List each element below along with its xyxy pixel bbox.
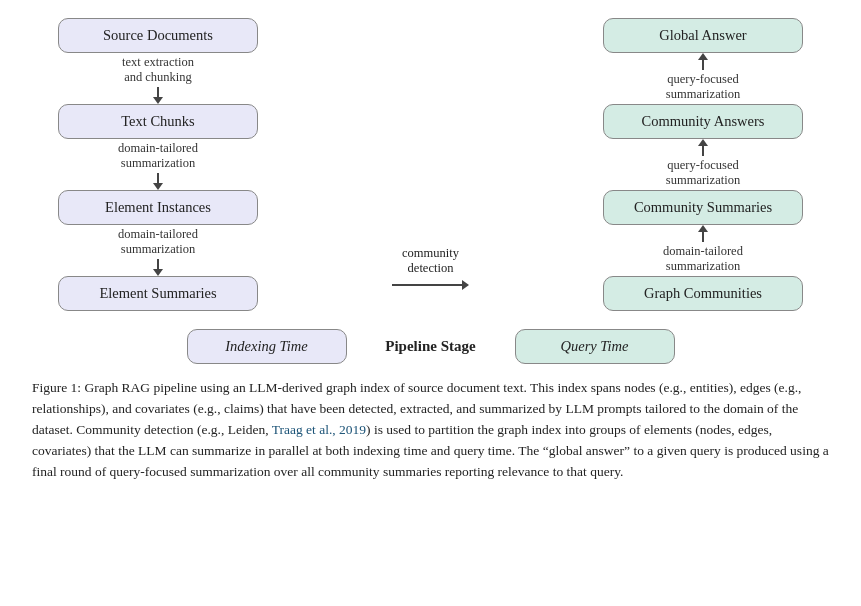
text-chunks-label: Text Chunks: [121, 113, 195, 129]
diagram-area: Source Documents text extraction and chu…: [28, 18, 833, 311]
element-summaries-box: Element Summaries: [58, 276, 258, 311]
query-time-label: Query Time: [560, 338, 628, 354]
right-column: Global Answer query-focused summarizatio…: [583, 18, 823, 311]
arrow-query-focused-2: query-focused summarization: [666, 158, 740, 188]
arrow-down-1: [153, 87, 163, 104]
arrow-domain-tailored-right: domain-tailored summarization: [663, 244, 743, 274]
arrow-down-3: [153, 259, 163, 276]
arrow-up-1: [698, 53, 708, 70]
graph-communities-label: Graph Communities: [644, 285, 762, 301]
left-column: Source Documents text extraction and chu…: [38, 18, 278, 311]
community-summaries-box: Community Summaries: [603, 190, 803, 225]
arrow-down-2: [153, 173, 163, 190]
arrow-domain-tailored-1: domain-tailored summarization: [118, 141, 198, 171]
arrow-query-focused-1: query-focused summarization: [666, 72, 740, 102]
arrow-up-3: [698, 225, 708, 242]
citation-link[interactable]: Traag et al., 2019: [272, 422, 366, 437]
caption-text: Figure 1: Graph RAG pipeline using an LL…: [32, 380, 829, 479]
pipeline-stage-row: Indexing Time Pipeline Stage Query Time: [28, 329, 833, 364]
arrow-up-2: [698, 139, 708, 156]
indexing-time-label: Indexing Time: [225, 338, 308, 354]
community-answers-label: Community Answers: [642, 113, 765, 129]
community-answers-box: Community Answers: [603, 104, 803, 139]
figure-caption: Figure 1: Graph RAG pipeline using an LL…: [28, 378, 833, 483]
pipeline-stage-label: Pipeline Stage: [371, 338, 491, 355]
element-summaries-label: Element Summaries: [99, 285, 216, 301]
text-chunks-box: Text Chunks: [58, 104, 258, 139]
community-detection-arrow: community detection: [392, 246, 469, 290]
element-instances-box: Element Instances: [58, 190, 258, 225]
source-documents-box: Source Documents: [58, 18, 258, 53]
community-summaries-label: Community Summaries: [634, 199, 772, 215]
element-instances-label: Element Instances: [105, 199, 211, 215]
arrow-domain-tailored-2: domain-tailored summarization: [118, 227, 198, 257]
middle-column: community detection: [371, 18, 491, 290]
source-documents-label: Source Documents: [103, 27, 213, 43]
graph-communities-box: Graph Communities: [603, 276, 803, 311]
query-time-box: Query Time: [515, 329, 675, 364]
arrow-text-extraction: text extraction and chunking: [122, 55, 194, 85]
global-answer-box: Global Answer: [603, 18, 803, 53]
global-answer-label: Global Answer: [659, 27, 746, 43]
indexing-time-box: Indexing Time: [187, 329, 347, 364]
